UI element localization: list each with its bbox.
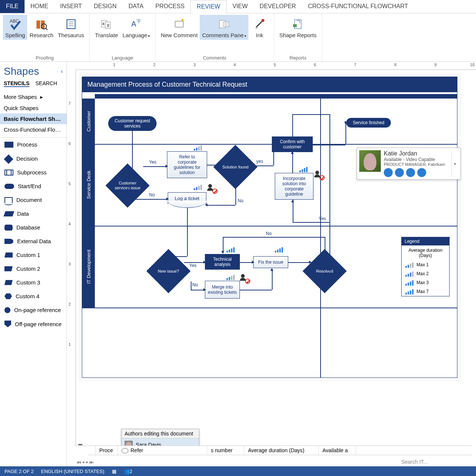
- macro-icon[interactable]: ▦: [112, 469, 116, 474]
- status-bar: PAGE 2 OF 2 ENGLISH (UNITED STATES) ▦ 👥2: [0, 466, 476, 476]
- call-icon[interactable]: [395, 168, 404, 177]
- node-refer[interactable]: Refer to corporate guidelines for soluti…: [167, 151, 207, 178]
- tab-developer[interactable]: DEVELOPER: [254, 0, 302, 13]
- svg-text:文: 文: [106, 23, 110, 28]
- bars-icon: [226, 247, 235, 253]
- shape-subprocess[interactable]: Subprocess: [0, 165, 67, 179]
- chat-icon[interactable]: [384, 168, 393, 177]
- col[interactable]: Average duration (Days): [244, 446, 319, 455]
- more-shapes[interactable]: More Shapes ▸: [0, 91, 67, 103]
- search-shapes-tab[interactable]: SEARCH: [35, 80, 57, 87]
- legend[interactable]: Legend Average duration (Days) Max 1 Max…: [401, 237, 450, 296]
- collapse-panel-icon[interactable]: ‹: [61, 68, 63, 75]
- shape-document[interactable]: Document: [0, 193, 67, 207]
- node-incorporate[interactable]: Incorporate solution into corporate guid…: [275, 173, 313, 200]
- sheet-nav[interactable]: ⏮ ◀ ▶ ⏭: [77, 460, 94, 465]
- shape-offpage[interactable]: Off-page reference: [0, 317, 67, 331]
- tab-review[interactable]: REVIEW: [190, 0, 226, 13]
- node-confirm[interactable]: Confirm with customer: [272, 136, 313, 152]
- language-button[interactable]: A字Language: [120, 15, 152, 40]
- node-fix[interactable]: Fix the issue: [253, 256, 288, 268]
- shape-startend[interactable]: Start/End: [0, 179, 67, 193]
- group-label-proofing: Proofing: [36, 55, 54, 61]
- lane-customer[interactable]: Customer: [82, 99, 95, 144]
- svg-point-21: [261, 19, 264, 22]
- ink-button[interactable]: Ink: [248, 15, 271, 40]
- shape-decision[interactable]: Decision: [0, 151, 67, 165]
- phase-separator: [320, 94, 321, 377]
- svg-text:字: 字: [136, 19, 141, 24]
- contact-card[interactable]: Katie Jordan Available - Video Capable P…: [357, 148, 461, 180]
- node-log[interactable]: Log a ticket: [168, 192, 206, 204]
- node-tech[interactable]: Technical analysis: [205, 254, 240, 270]
- lane-servicedesk[interactable]: Service Desk: [82, 144, 95, 226]
- research-button[interactable]: Research: [27, 15, 55, 40]
- shape-onpage[interactable]: On-page reference: [0, 303, 67, 317]
- col[interactable]: Available a: [319, 446, 356, 455]
- shape-reports-button[interactable]: Shape Reports: [277, 15, 319, 40]
- node-merge[interactable]: Merge into existing tickets: [205, 281, 240, 299]
- col[interactable]: Refer: [118, 446, 207, 455]
- shape-data[interactable]: Data: [0, 207, 67, 221]
- tab-view[interactable]: VIEW: [226, 0, 254, 13]
- flowchart[interactable]: Management Process of Customer Technical…: [82, 77, 457, 378]
- video-icon[interactable]: [406, 168, 415, 177]
- svg-rect-23: [293, 24, 297, 27]
- ruler-vertical: 7654321: [67, 70, 76, 466]
- basic-flowchart-stencil[interactable]: Basic Flowchart Sha...: [0, 113, 67, 124]
- node-resolved[interactable]: Resolved: [309, 255, 340, 287]
- status-language[interactable]: ENGLISH (UNITED STATES): [41, 469, 104, 474]
- bars-icon: [226, 274, 235, 280]
- svg-text:a: a: [102, 22, 104, 26]
- legend-item: Max 3: [402, 278, 449, 287]
- shape-custom2[interactable]: Custom 2: [0, 262, 67, 276]
- mail-icon[interactable]: [417, 168, 426, 177]
- legend-item: Max 7: [402, 287, 449, 296]
- sheet-search[interactable]: Search IT...: [401, 459, 428, 465]
- contact-expand-icon[interactable]: ▾: [451, 150, 458, 177]
- tab-data[interactable]: DATA: [123, 0, 149, 13]
- tab-home[interactable]: HOME: [25, 0, 54, 13]
- legend-title: Legend: [402, 237, 449, 245]
- person-blocked-icon: [207, 184, 215, 192]
- group-language: a文Translate A字Language Language: [90, 13, 155, 61]
- quick-shapes[interactable]: Quick Shapes: [0, 103, 67, 113]
- tab-cff[interactable]: CROSS-FUNCTIONAL FLOWCHART: [302, 0, 414, 13]
- shape-custom3[interactable]: Custom 3: [0, 276, 67, 289]
- cff-stencil[interactable]: Cross-Functional Flow...: [0, 124, 67, 135]
- shape-externaldata[interactable]: External Data: [0, 234, 67, 248]
- node-solution[interactable]: Solution found: [220, 151, 251, 183]
- lane-itdev[interactable]: IT Development: [82, 226, 95, 308]
- avatar: [359, 150, 381, 172]
- diagram-title: Management Process of Customer Technical…: [82, 77, 457, 92]
- shape-database[interactable]: Database: [0, 221, 67, 234]
- col[interactable]: s number: [207, 446, 244, 455]
- shape-custom1[interactable]: Custom 1: [0, 248, 67, 262]
- legend-subtitle: Average duration (Days): [402, 245, 449, 260]
- stencils-tab[interactable]: STENCILS: [4, 80, 29, 87]
- spelling-button[interactable]: ABCSpelling: [3, 15, 27, 40]
- col[interactable]: Proce: [96, 446, 118, 455]
- shapes-title: Shapes‹: [0, 64, 67, 79]
- new-comment-button[interactable]: ✦New Comment: [158, 15, 200, 40]
- drawing-canvas[interactable]: 12345678910 7654321 Management Process o…: [67, 62, 476, 466]
- tab-insert[interactable]: INSERT: [54, 0, 88, 13]
- data-window[interactable]: Proce Refer s number Average duration (D…: [74, 446, 472, 466]
- svg-rect-5: [67, 20, 75, 29]
- shape-process[interactable]: Process: [0, 138, 67, 151]
- coauthors-icon[interactable]: 👥2: [124, 469, 132, 474]
- tab-process[interactable]: PROCESS: [149, 0, 190, 13]
- comments-pane-button[interactable]: Comments Pane: [200, 15, 248, 40]
- thesaurus-button[interactable]: Thesaurus: [56, 15, 87, 40]
- tab-file[interactable]: FILE: [0, 0, 25, 13]
- translate-button[interactable]: a文Translate: [93, 15, 120, 40]
- group-label-comments: Comments: [203, 55, 226, 61]
- status-page[interactable]: PAGE 2 OF 2: [4, 469, 34, 474]
- node-start[interactable]: Customer request services: [108, 116, 157, 131]
- bars-icon: [299, 166, 308, 172]
- shape-custom4[interactable]: Custom 4: [0, 289, 67, 303]
- node-newissue[interactable]: New issue?: [153, 255, 184, 287]
- tab-design[interactable]: DESIGN: [88, 0, 122, 13]
- node-finish[interactable]: Service finished: [346, 118, 391, 128]
- contact-status: Available - Video Capable: [384, 157, 448, 162]
